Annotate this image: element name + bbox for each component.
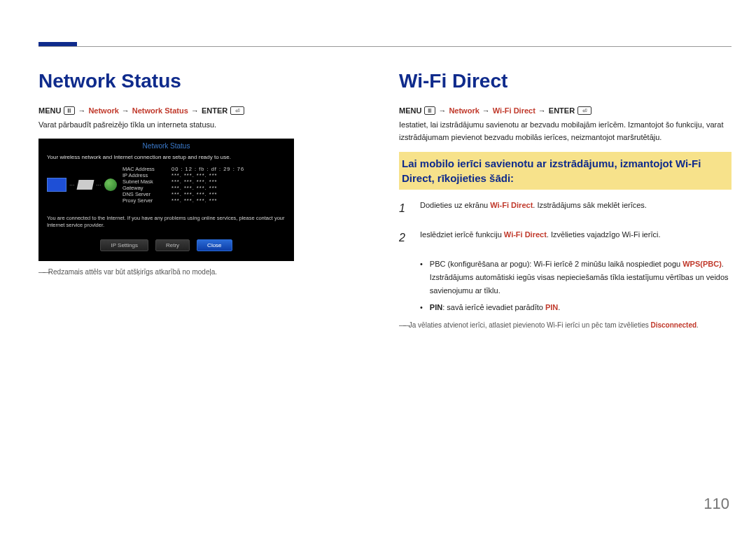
shot-status-line: Your wireless network and Internet conne… (38, 154, 294, 166)
ip-settings-button[interactable]: IP Settings (100, 239, 148, 251)
menu-label: MENU (38, 106, 61, 115)
shot-middle: ··· ··· MAC Address00 : 12 : fb : df : 2… (38, 166, 294, 208)
step-text: Dodieties uz ekrānu Wi-Fi Direct. Izstrā… (420, 199, 732, 218)
enter-icon: ⏎ (578, 106, 592, 115)
highlight-instructions: Lai mobilo ierīci savienotu ar izstrādāj… (399, 152, 732, 190)
menu-network: Network (449, 106, 479, 115)
bullet-icon: • (420, 301, 423, 314)
shot-icons: ··· ··· (47, 178, 117, 192)
bullet-pbc: • PBC (konfigurēšana ar pogu): Wi-Fi ier… (420, 258, 732, 297)
menu-path-wifi-direct: MENU Ⅲ → Network → Wi-Fi Direct → ENTER … (399, 106, 732, 115)
shot-table: MAC Address00 : 12 : fb : df : 29 : 76 I… (121, 166, 286, 204)
heading-wifi-direct: Wi-Fi Direct (399, 70, 732, 92)
enter-label: ENTER (549, 106, 575, 115)
menu-path-network-status: MENU Ⅲ → Network → Network Status → ENTE… (38, 106, 371, 115)
footnote-disconnect: Ja vēlaties atvienot ierīci, atlasiet pi… (399, 320, 732, 330)
table-row: Subnet Mask***. ***. ***. *** (121, 178, 286, 185)
enter-label: ENTER (202, 106, 227, 115)
step-2: 2 Ieslēdziet ierīcē funkciju Wi-Fi Direc… (399, 229, 732, 247)
bullet-icon: • (420, 258, 423, 297)
table-row: DNS Server***. ***. ***. *** (121, 191, 286, 197)
table-row: Proxy Server***. ***. ***. *** (121, 197, 286, 204)
step-number: 2 (399, 229, 409, 247)
link-icon: ··· (69, 181, 75, 188)
arrow-icon: → (78, 106, 85, 115)
arrow-icon: → (538, 106, 546, 115)
arrow-icon: → (438, 106, 446, 115)
arrow-icon: → (482, 106, 490, 115)
menu-network-status: Network Status (132, 106, 188, 115)
arrow-icon: → (191, 106, 199, 115)
col-wifi-direct: Wi-Fi Direct MENU Ⅲ → Network → Wi-Fi Di… (399, 70, 732, 330)
menu-icon: Ⅲ (424, 106, 435, 115)
link-icon: ··· (96, 181, 102, 188)
arrow-icon: → (122, 106, 130, 115)
monitor-icon (47, 178, 66, 192)
bullet-list: • PBC (konfigurēšana ar pogu): Wi-Fi ier… (420, 258, 732, 314)
network-status-screenshot: Network Status Your wireless network and… (38, 139, 294, 261)
desc-network-status: Varat pārbaudīt pašreizējo tīkla un inte… (38, 119, 371, 132)
bullet-text: PBC (konfigurēšana ar pogu): Wi-Fi ierīc… (430, 258, 732, 297)
step-1: 1 Dodieties uz ekrānu Wi-Fi Direct. Izst… (399, 199, 732, 218)
table-row: MAC Address00 : 12 : fb : df : 29 : 76 (121, 166, 286, 172)
step-text: Ieslēdziet ierīcē funkciju Wi-Fi Direct.… (420, 229, 732, 247)
shot-buttons: IP Settings Retry Close (38, 239, 294, 254)
footnote-image-disclaimer: Redzamais attēls var būt atšķirīgs atkar… (38, 267, 371, 277)
close-button[interactable]: Close (197, 239, 232, 251)
menu-network: Network (88, 106, 118, 115)
table-row: Gateway***. ***. ***. *** (121, 185, 286, 191)
menu-icon: Ⅲ (64, 106, 75, 115)
globe-icon (104, 178, 117, 191)
table-row: IP Address***. ***. ***. *** (121, 172, 286, 178)
heading-network-status: Network Status (38, 70, 371, 92)
menu-wifi-direct: Wi-Fi Direct (493, 106, 536, 115)
desc-wifi-direct: Iestatiet, lai izstrādājumu savienotu ar… (399, 119, 732, 143)
enter-icon: ⏎ (230, 106, 244, 115)
page-columns: Network Status MENU Ⅲ → Network → Networ… (38, 70, 732, 330)
page-top-rule (38, 46, 732, 47)
col-network-status: Network Status MENU Ⅲ → Network → Networ… (38, 70, 371, 330)
menu-label: MENU (399, 106, 421, 115)
shot-title: Network Status (38, 139, 294, 154)
steps-list: 1 Dodieties uz ekrānu Wi-Fi Direct. Izst… (399, 199, 732, 246)
router-icon (77, 180, 94, 190)
retry-button[interactable]: Retry (155, 239, 190, 251)
shot-message: You are connected to the Internet. If yo… (38, 208, 294, 239)
bullet-pin: • PIN: savā ierīcē ievadiet parādīto PIN… (420, 301, 732, 314)
bullet-text: PIN: savā ierīcē ievadiet parādīto PIN. (430, 301, 561, 314)
page-number: 110 (704, 495, 729, 513)
step-number: 1 (399, 199, 409, 218)
